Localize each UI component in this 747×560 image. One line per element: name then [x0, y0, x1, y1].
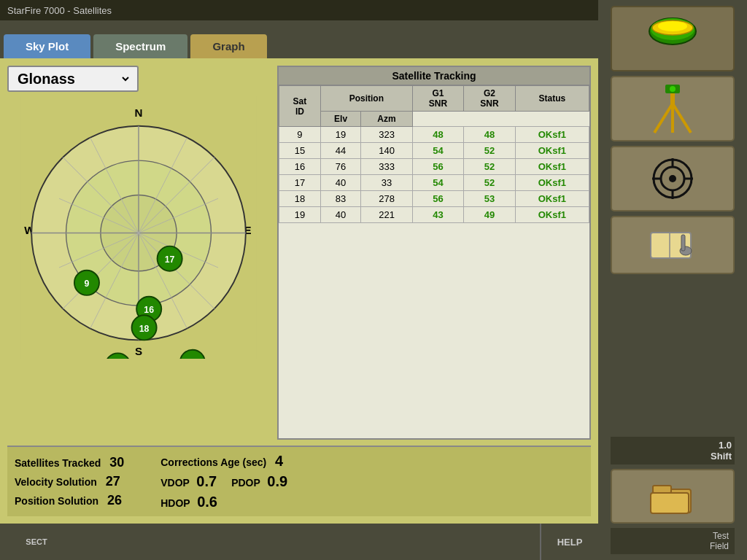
cell-g2snr: 52 — [464, 143, 516, 159]
sat-table: SatID Position G1SNR G2SNR Status Elv Az… — [279, 85, 589, 223]
sky-circle-container: N S W E — [15, 96, 263, 359]
corrections-age: Corrections Age (sec) 4 — [160, 453, 287, 470]
constellation-selector[interactable]: Glonass GPS — [7, 66, 139, 92]
svg-line-34 — [673, 104, 691, 133]
col-header-position: Position — [320, 86, 412, 112]
cell-sat-id: 15 — [279, 143, 321, 159]
cell-g1snr: 54 — [412, 175, 464, 191]
cell-elv: 76 — [320, 159, 360, 175]
cell-sat-id: 16 — [279, 159, 321, 175]
cell-azm: 278 — [361, 191, 413, 207]
cell-azm: 33 — [361, 175, 413, 191]
cell-status: OKsf1 — [515, 175, 589, 191]
svg-rect-51 — [651, 493, 689, 513]
cell-g1snr: 54 — [412, 143, 464, 159]
right-sidebar: 1.0Shift TestField — [598, 0, 747, 560]
cell-g1snr: 48 — [412, 127, 464, 143]
status-left: Satellites Tracked 30 Velocity Solution … — [15, 455, 124, 508]
tab-spectrum[interactable]: Spectrum — [93, 34, 187, 58]
pdop: PDOP 0.9 — [231, 473, 287, 490]
svg-point-37 — [670, 86, 676, 92]
col-header-g2snr: G2SNR — [464, 86, 516, 112]
cell-status: OKsf1 — [515, 159, 589, 175]
svg-rect-48 — [681, 235, 685, 251]
cell-status: OKsf1 — [515, 191, 589, 207]
col-header-azm: Azm — [361, 112, 413, 127]
svg-text:17: 17 — [165, 254, 175, 265]
help-button[interactable]: HELP — [540, 524, 598, 560]
cell-elv: 19 — [320, 127, 360, 143]
table-row: 15 44 140 54 52 OKsf1 — [279, 143, 589, 159]
cell-sat-id: 17 — [279, 175, 321, 191]
folder-icon — [649, 478, 697, 515]
test-field-label: TestField — [611, 528, 735, 554]
table-row: 17 40 33 54 52 OKsf1 — [279, 175, 589, 191]
cell-g1snr: 56 — [412, 191, 464, 207]
cell-azm: 140 — [361, 143, 413, 159]
cell-g2snr: 52 — [464, 159, 516, 175]
cell-status: OKsf1 — [515, 127, 589, 143]
vdop: VDOP 0.7 — [160, 473, 217, 490]
svg-text:15: 15 — [187, 358, 198, 359]
svg-text:S: S — [135, 345, 142, 357]
sky-plot-svg: N S W E — [15, 96, 263, 359]
svg-text:N: N — [135, 106, 143, 119]
cell-azm: 333 — [361, 159, 413, 175]
cell-g1snr: 56 — [412, 159, 464, 175]
cell-elv: 44 — [320, 143, 360, 159]
gps-device-button[interactable] — [611, 6, 735, 71]
table-row: 9 19 323 48 48 OKsf1 — [279, 127, 589, 143]
settings-button[interactable] — [611, 216, 735, 274]
upper-section: Glonass GPS N S W E — [7, 66, 591, 440]
svg-point-40 — [669, 175, 676, 182]
cell-elv: 83 — [320, 191, 360, 207]
status-right: Corrections Age (sec) 4 VDOP 0.7 PDOP 0.… — [160, 453, 287, 510]
svg-point-31 — [658, 21, 687, 31]
cell-sat-id: 9 — [279, 127, 321, 143]
app-title: StarFire 7000 - Satellites — [7, 5, 112, 16]
cell-sat-id: 18 — [279, 191, 321, 207]
table-row: 16 76 333 56 52 OKsf1 — [279, 159, 589, 175]
cell-status: OKsf1 — [515, 207, 589, 223]
cell-azm: 221 — [361, 207, 413, 223]
cell-elv: 40 — [320, 175, 360, 191]
table-row: 18 83 278 56 53 OKsf1 — [279, 191, 589, 207]
svg-text:9: 9 — [85, 279, 90, 289]
sat-tracking-header: Satellite Tracking — [279, 67, 589, 85]
cell-g2snr: 48 — [464, 127, 516, 143]
position-solution: Position Solution 26 — [15, 493, 124, 508]
svg-text:18: 18 — [139, 324, 150, 334]
cell-g2snr: 52 — [464, 175, 516, 191]
col-header-sat-id: SatID — [279, 86, 321, 127]
svg-line-33 — [654, 104, 673, 133]
tab-sky-plot[interactable]: Sky Plot — [4, 34, 90, 58]
col-header-status: Status — [515, 86, 589, 112]
tab-graph[interactable]: Graph — [190, 34, 266, 58]
folder-button[interactable] — [611, 469, 735, 524]
satellites-tracked: Satellites Tracked 30 — [15, 455, 124, 470]
main-content: Glonass GPS N S W E — [0, 58, 598, 524]
velocity-solution: Velocity Solution 27 — [15, 474, 124, 489]
constellation-dropdown[interactable]: Glonass GPS — [15, 70, 131, 88]
crosshair-icon — [651, 157, 694, 201]
tripod-icon — [651, 83, 694, 134]
cell-g2snr: 49 — [464, 207, 516, 223]
cell-sat-id: 19 — [279, 207, 321, 223]
cell-status: OKsf1 — [515, 143, 589, 159]
wrench-icon — [649, 229, 697, 262]
svg-text:16: 16 — [144, 305, 154, 315]
sat-tracking-panel: Satellite Tracking SatID Position G1SNR … — [277, 66, 591, 440]
cell-g1snr: 43 — [412, 207, 464, 223]
status-bar: Satellites Tracked 30 Velocity Solution … — [7, 446, 591, 516]
cell-elv: 40 — [320, 207, 360, 223]
sect-button[interactable]: SECT — [0, 524, 73, 560]
bottom-bar: ↑≡ — [0, 524, 598, 560]
col-header-g1snr: G1SNR — [412, 86, 464, 112]
cell-g2snr: 53 — [464, 191, 516, 207]
cell-azm: 323 — [361, 127, 413, 143]
table-row: 19 40 221 43 49 OKsf1 — [279, 207, 589, 223]
svg-rect-50 — [653, 486, 671, 493]
crosshair-button[interactable] — [611, 146, 735, 211]
tripod-button[interactable] — [611, 76, 735, 141]
dop-row: VDOP 0.7 PDOP 0.9 — [160, 473, 287, 490]
